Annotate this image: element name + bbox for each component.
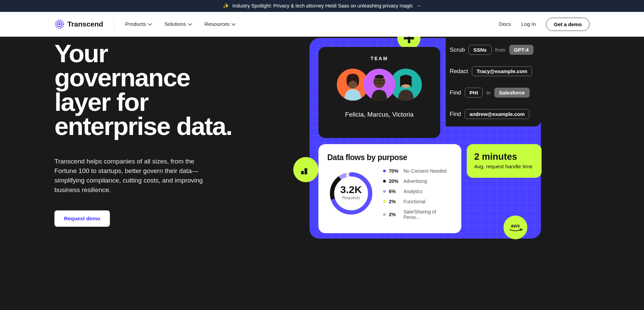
chevron-down-icon — [188, 21, 192, 26]
nav-right: Docs Log In Get a demo — [499, 18, 590, 31]
legend-pct: 6% — [389, 189, 400, 194]
logo-icon — [54, 19, 65, 29]
legend-dot-icon — [383, 170, 386, 172]
sparkle-icon: ✨ — [223, 3, 229, 8]
brand-name: Transcend — [67, 20, 103, 28]
stat-value: 2 minutes — [474, 152, 534, 162]
hero-section: Your governance layer for enterprise dat… — [0, 37, 644, 254]
chevron-down-icon — [231, 21, 236, 26]
rule-pill: GPT-4 — [509, 45, 533, 55]
nav-links: Products Solutions Resources — [125, 21, 235, 27]
legend-dot-icon — [383, 213, 386, 216]
legend-dot-icon — [383, 200, 386, 203]
nav-item-label: Products — [125, 21, 146, 27]
legend-pct: 2% — [389, 212, 400, 217]
chevron-down-icon — [148, 21, 152, 26]
legend-row: 2%Sale/Sharing of Perso... — [383, 209, 452, 220]
logo[interactable]: Transcend — [54, 19, 103, 29]
announcement-bar[interactable]: ✨ Industry Spotlight: Privacy & tech att… — [0, 0, 644, 12]
legend-label: Functional — [403, 199, 426, 204]
nav-solutions[interactable]: Solutions — [164, 21, 192, 27]
nav-item-label: Solutions — [164, 21, 186, 27]
request-demo-button[interactable]: Request demo — [54, 210, 110, 227]
svg-text:aws: aws — [511, 223, 520, 228]
svg-rect-10 — [301, 171, 304, 174]
avatar — [363, 69, 395, 101]
donut-value: 3.2K — [327, 184, 375, 195]
donut-chart: 3.2K Requests — [327, 170, 375, 219]
team-avatars — [325, 69, 433, 101]
data-flows-card: Data flows by purpose 3.2K Requests 70%N… — [318, 144, 461, 233]
nav-login[interactable]: Log In — [521, 21, 536, 27]
hero-subtext: Transcend helps companies of all sizes, … — [54, 157, 211, 195]
stat-label: Avg. request handle time — [474, 163, 534, 170]
hero-headline: Your governance layer for enterprise dat… — [54, 41, 238, 138]
legend-dot-icon — [383, 190, 386, 193]
svg-point-2 — [59, 23, 61, 25]
rule-pill: PHI — [465, 88, 483, 98]
legend-pct: 20% — [389, 178, 400, 184]
rule-pill: Tracy@example.com — [472, 66, 532, 76]
bar-chart-badge-icon — [293, 157, 318, 182]
rule-action: Find — [450, 89, 461, 96]
rule-row: FindPHIinSalesforce — [450, 88, 541, 98]
team-names: Felicia, Marcus, Victoria — [325, 111, 433, 118]
legend-dot-icon — [383, 180, 386, 183]
flows-title: Data flows by purpose — [327, 153, 452, 162]
svg-rect-11 — [304, 168, 307, 174]
aws-badge-icon: aws — [503, 216, 527, 239]
legend-label: No Consent Needed — [403, 168, 447, 174]
nav-resources[interactable]: Resources — [204, 21, 235, 27]
rule-connector: from — [495, 47, 506, 53]
team-card: TEAM Felicia, Marcus, Victoria — [318, 47, 440, 138]
legend-label: Advertising — [403, 178, 427, 184]
rules-panel: ScrubSSNsfromGPT-4RedactTracy@example.co… — [446, 38, 541, 126]
announcement-text: Industry Spotlight: Privacy & tech attor… — [232, 3, 413, 8]
rule-pill: SSNs — [468, 45, 491, 55]
rule-connector: in — [486, 90, 491, 96]
legend-label: Sale/Sharing of Perso... — [403, 209, 452, 220]
legend-row: 6%Analytics — [383, 189, 452, 194]
stat-card: 2 minutes Avg. request handle time — [467, 144, 542, 178]
team-card-title: TEAM — [325, 56, 433, 61]
legend-label: Analytics — [403, 189, 423, 194]
get-demo-button[interactable]: Get a demo — [546, 18, 590, 31]
rule-action: Redact — [450, 68, 468, 75]
donut-label: Requests — [327, 195, 375, 200]
nav-item-label: Resources — [204, 21, 230, 27]
nav-divider — [114, 19, 114, 29]
rule-row: Findandrew@example.com — [450, 109, 541, 119]
flows-legend: 70%No Consent Needed20%Advertising6%Anal… — [383, 168, 452, 220]
arrow-right-icon: → — [416, 3, 421, 8]
rule-pill: andrew@example.com — [465, 109, 529, 119]
rule-action: Scrub — [450, 47, 465, 53]
rule-pill: Salesforce — [494, 88, 530, 98]
rule-row: RedactTracy@example.com — [450, 66, 541, 76]
legend-row: 70%No Consent Needed — [383, 168, 452, 174]
legend-pct: 2% — [389, 199, 400, 204]
nav-docs[interactable]: Docs — [499, 21, 511, 27]
legend-pct: 70% — [389, 168, 400, 174]
legend-row: 2%Functional — [383, 199, 452, 204]
main-nav: Transcend Products Solutions Resources D… — [0, 12, 644, 37]
rule-action: Find — [450, 111, 461, 118]
nav-products[interactable]: Products — [125, 21, 151, 27]
legend-row: 20%Advertising — [383, 178, 452, 184]
hero-copy: Your governance layer for enterprise dat… — [54, 37, 238, 234]
rule-row: ScrubSSNsfromGPT-4 — [450, 45, 541, 55]
